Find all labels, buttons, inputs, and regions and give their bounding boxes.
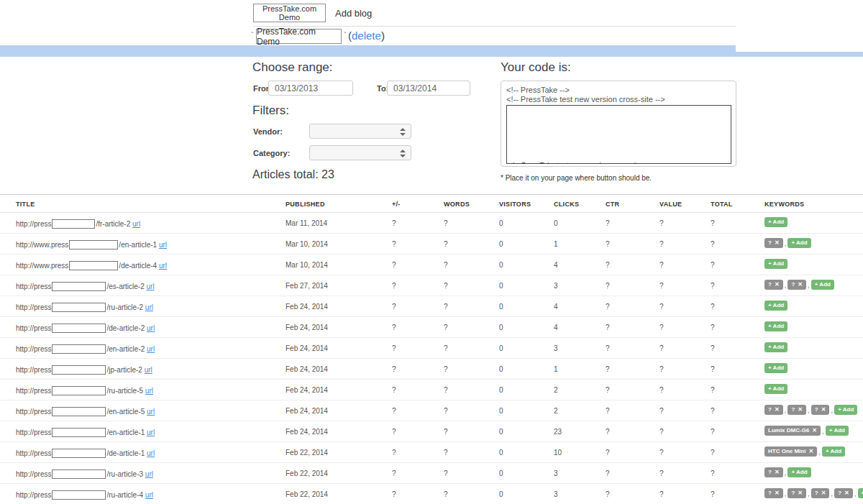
keyword-tag[interactable]: ? ✕	[787, 488, 806, 498]
add-keyword-button[interactable]: + Add	[822, 446, 845, 457]
add-keyword-button[interactable]: + Add	[764, 217, 787, 227]
remove-keyword-icon[interactable]: ✕	[798, 407, 803, 413]
add-keyword-button[interactable]: + Add	[764, 342, 787, 352]
article-title: http://press/en-article-1 url	[16, 428, 155, 439]
tab-blog[interactable]: PressTake.com Demo	[253, 4, 326, 22]
url-link[interactable]: url	[145, 387, 153, 395]
code-line-1: <!-- PressTake -->	[506, 86, 731, 95]
add-keyword-button[interactable]: + Add	[764, 363, 787, 373]
keyword-tag[interactable]: ? ✕	[764, 467, 783, 477]
keyword-tag[interactable]: ? ✕	[764, 280, 783, 290]
plus-minus-value: ?	[392, 407, 396, 415]
remove-keyword-icon[interactable]: ✕	[775, 240, 780, 246]
published-date: Feb 24, 2014	[286, 344, 328, 352]
remove-keyword-icon[interactable]: ✕	[798, 490, 803, 496]
vendor-select[interactable]	[309, 124, 411, 139]
add-keyword-button[interactable]: + Add	[787, 467, 811, 477]
url-suffix: /jp-article-2	[106, 366, 144, 374]
clicks-value: 10	[554, 449, 562, 457]
url-link[interactable]: url	[132, 220, 140, 228]
add-keyword-button[interactable]: + Add	[834, 405, 857, 415]
comma-separator: ,	[854, 490, 857, 498]
ctr-value: ?	[606, 490, 610, 498]
published-date: Mar 11, 2014	[286, 219, 327, 227]
total-value: ?	[711, 324, 715, 331]
add-keyword-button[interactable]: + Add	[764, 384, 787, 394]
table-row: http://press/es-article-2 urlFeb 27, 201…	[0, 275, 863, 296]
url-link[interactable]: url	[147, 449, 155, 457]
category-select[interactable]	[309, 145, 411, 160]
url-link[interactable]: url	[159, 262, 167, 270]
remove-keyword-icon[interactable]: ✕	[775, 407, 780, 413]
remove-keyword-icon[interactable]: ✕	[812, 428, 817, 434]
code-textarea[interactable]: <!-- PressTake test new version cross-si…	[506, 105, 731, 164]
url-suffix: /en-article-1	[119, 241, 159, 249]
add-keyword-button[interactable]: + Add	[787, 238, 811, 248]
keywords-cell: + Add	[764, 301, 787, 311]
remove-keyword-icon[interactable]: ✕	[775, 282, 780, 288]
keyword-tag[interactable]: ? ✕	[764, 405, 783, 415]
delete-blog-link[interactable]: (delete)	[348, 29, 385, 42]
url-link[interactable]: url	[145, 491, 153, 499]
redaction-box	[52, 219, 95, 229]
add-keyword-button[interactable]: + Add	[858, 488, 863, 498]
remove-keyword-icon[interactable]: ✕	[844, 490, 849, 496]
ctr-value: ?	[606, 386, 610, 394]
redaction-box	[69, 261, 118, 270]
keyword-tag[interactable]: ? ✕	[811, 488, 830, 498]
clicks-value: 3	[554, 490, 558, 498]
add-keyword-button[interactable]: + Add	[764, 321, 787, 331]
add-keyword-button[interactable]: + Add	[764, 301, 787, 311]
keyword-tag[interactable]: ? ✕	[787, 280, 806, 290]
to-date-input[interactable]	[387, 81, 470, 96]
add-keyword-button[interactable]: + Add	[811, 280, 834, 290]
keywords-cell: + Add	[764, 217, 787, 227]
words-value: ?	[444, 386, 448, 394]
remove-keyword-icon[interactable]: ✕	[821, 490, 826, 496]
url-link[interactable]: url	[147, 324, 155, 332]
keyword-tag[interactable]: Lumix DMC-G6 ✕	[764, 426, 821, 436]
published-date: Feb 24, 2014	[286, 365, 328, 373]
remove-keyword-icon[interactable]: ✕	[775, 490, 780, 496]
clicks-value: 4	[554, 261, 558, 269]
visitors-value: 0	[499, 469, 503, 477]
column-header-visitors: VISITORS	[499, 201, 531, 208]
delete-label[interactable]: delete	[352, 29, 381, 42]
url-link[interactable]: url	[147, 429, 155, 436]
remove-keyword-icon[interactable]: ✕	[808, 449, 813, 454]
keyword-tag[interactable]: ? ✕	[811, 405, 830, 415]
add-keyword-button[interactable]: + Add	[826, 426, 849, 436]
total-value: ?	[711, 386, 715, 394]
comma-separator: ,	[822, 427, 824, 435]
url-link[interactable]: url	[146, 283, 154, 290]
remove-keyword-icon[interactable]: ✕	[775, 469, 780, 475]
add-blog-button[interactable]: Add blog	[335, 8, 372, 19]
remove-keyword-icon[interactable]: ✕	[798, 282, 803, 288]
visitors-value: 0	[499, 303, 503, 311]
url-suffix: /fr-article-2	[96, 220, 132, 228]
value-value: ?	[659, 365, 664, 373]
url-link[interactable]: url	[159, 241, 167, 249]
url-link[interactable]: url	[145, 470, 153, 478]
from-date-input[interactable]	[268, 81, 353, 96]
value-value: ?	[659, 490, 664, 498]
url-suffix: /en-article-2	[106, 345, 147, 353]
table-row: http://press/jp-article-2 urlFeb 24, 201…	[0, 359, 863, 380]
url-link[interactable]: url	[145, 303, 153, 311]
keyword-tag[interactable]: HTC One Mini ✕	[764, 446, 817, 457]
comma-separator: ,	[785, 469, 787, 477]
url-link[interactable]: url	[147, 345, 155, 353]
plus-minus-value: ?	[392, 261, 396, 269]
total-value: ?	[711, 407, 715, 415]
resize-handle-icon[interactable]	[729, 162, 731, 164]
keyword-tag[interactable]: ? ✕	[764, 488, 783, 498]
url-link[interactable]: url	[147, 408, 155, 416]
keyword-tag[interactable]: ? ✕	[764, 238, 783, 248]
keywords-cell: + Add	[764, 342, 787, 352]
url-link[interactable]: url	[145, 366, 152, 374]
keyword-tag[interactable]: ? ✕	[834, 488, 853, 498]
keyword-tag[interactable]: ? ✕	[787, 405, 806, 415]
keywords-cell: + Add	[764, 259, 787, 269]
add-keyword-button[interactable]: + Add	[764, 259, 787, 269]
remove-keyword-icon[interactable]: ✕	[821, 407, 826, 413]
